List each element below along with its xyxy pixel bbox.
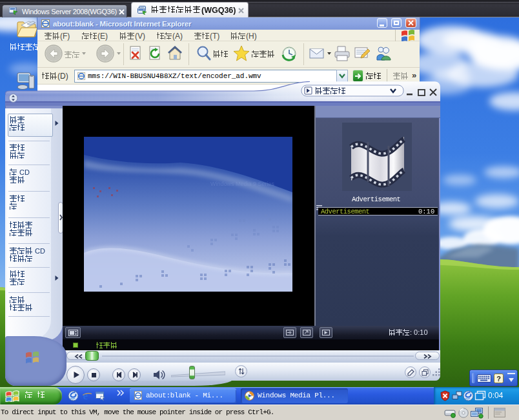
svg-text:e: e [83, 390, 88, 401]
svg-text:?: ? [496, 375, 501, 383]
svg-text:Windows Media 9 Series: Windows Media 9 Series [210, 181, 275, 187]
